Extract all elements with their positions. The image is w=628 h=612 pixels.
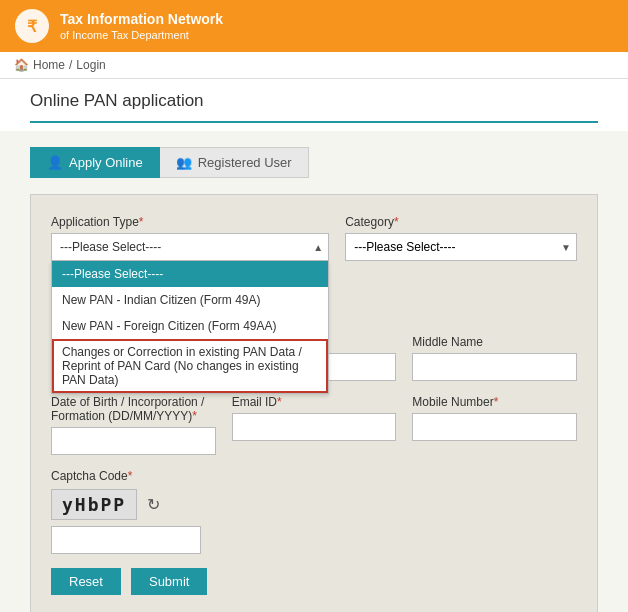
header: ₹ Tax Information Network of Income Tax … — [0, 0, 628, 52]
captcha-refresh-icon[interactable]: ↻ — [147, 495, 160, 514]
dob-input[interactable] — [51, 427, 216, 455]
required-marker: * — [139, 215, 144, 229]
application-type-dropdown[interactable]: ---Please Select---- ▲ ---Please Select-… — [51, 233, 329, 261]
selected-value: ---Please Select---- — [60, 240, 161, 254]
header-subtitle: of Income Tax Department — [60, 28, 223, 42]
dropdown-item-please-select[interactable]: ---Please Select---- — [52, 261, 328, 287]
captcha-row: yHbPP ↻ — [51, 489, 577, 520]
dropdown-item-new-pan-indian[interactable]: New PAN - Indian Citizen (Form 49A) — [52, 287, 328, 313]
application-type-select[interactable]: ---Please Select---- — [51, 233, 329, 261]
application-type-group: Application Type* ---Please Select---- ▲… — [51, 215, 329, 261]
required-marker-category: * — [394, 215, 399, 229]
main-content: 👤 Apply Online 👥 Registered User Applica… — [0, 131, 628, 612]
required-marker-mobile: * — [494, 395, 499, 409]
apply-online-icon: 👤 — [47, 155, 63, 170]
form-container: Application Type* ---Please Select---- ▲… — [30, 194, 598, 612]
breadcrumb-current: Login — [76, 58, 105, 72]
breadcrumb: 🏠 Home / Login — [0, 52, 628, 79]
breadcrumb-separator: / — [69, 58, 72, 72]
dropdown-item-changes[interactable]: Changes or Correction in existing PAN Da… — [52, 339, 328, 393]
captcha-image: yHbPP — [51, 489, 137, 520]
mobile-input[interactable] — [412, 413, 577, 441]
tab-registered-user-label: Registered User — [198, 155, 292, 170]
breadcrumb-home[interactable]: Home — [33, 58, 65, 72]
dropdown-item-new-pan-foreign[interactable]: New PAN - Foreign Citizen (Form 49AA) — [52, 313, 328, 339]
category-select[interactable]: ---Please Select---- — [345, 233, 577, 261]
submit-button[interactable]: Submit — [131, 568, 207, 595]
captcha-input[interactable] — [51, 526, 201, 554]
header-title: Tax Information Network — [60, 10, 223, 28]
middle-name-label: Middle Name — [412, 335, 577, 349]
captcha-section: Captcha Code* yHbPP ↻ — [51, 469, 577, 554]
required-marker-email: * — [277, 395, 282, 409]
tab-apply-online[interactable]: 👤 Apply Online — [30, 147, 160, 178]
tabs-container: 👤 Apply Online 👥 Registered User — [30, 147, 598, 178]
application-type-row: Application Type* ---Please Select---- ▲… — [51, 215, 577, 261]
email-group: Email ID* — [232, 395, 397, 455]
registered-user-icon: 👥 — [176, 155, 192, 170]
logo-icon: ₹ — [14, 8, 50, 44]
middle-name-group: Middle Name — [412, 335, 577, 381]
email-input[interactable] — [232, 413, 397, 441]
tab-apply-online-label: Apply Online — [69, 155, 143, 170]
middle-name-input[interactable] — [412, 353, 577, 381]
page-title: Online PAN application — [30, 91, 598, 111]
category-group: Category* ---Please Select---- ▼ — [345, 215, 577, 261]
email-label: Email ID* — [232, 395, 397, 409]
page-title-section: Online PAN application — [0, 79, 628, 131]
reset-button[interactable]: Reset — [51, 568, 121, 595]
title-divider — [30, 121, 598, 123]
home-icon: 🏠 — [14, 58, 29, 72]
tab-registered-user[interactable]: 👥 Registered User — [160, 147, 309, 178]
mobile-group: Mobile Number* — [412, 395, 577, 455]
dropdown-menu: ---Please Select---- New PAN - Indian Ci… — [51, 261, 329, 394]
captcha-label: Captcha Code* — [51, 469, 577, 483]
button-row: Reset Submit — [51, 568, 577, 595]
dob-group: Date of Birth / Incorporation / Formatio… — [51, 395, 216, 455]
svg-text:₹: ₹ — [27, 18, 38, 35]
application-type-label: Application Type* — [51, 215, 329, 229]
dob-label: Date of Birth / Incorporation / Formatio… — [51, 395, 216, 423]
required-marker-dob: * — [192, 409, 197, 423]
required-marker-captcha: * — [128, 469, 133, 483]
category-label: Category* — [345, 215, 577, 229]
mobile-label: Mobile Number* — [412, 395, 577, 409]
category-dropdown[interactable]: ---Please Select---- ▼ — [345, 233, 577, 261]
dob-email-row: Date of Birth / Incorporation / Formatio… — [51, 395, 577, 455]
